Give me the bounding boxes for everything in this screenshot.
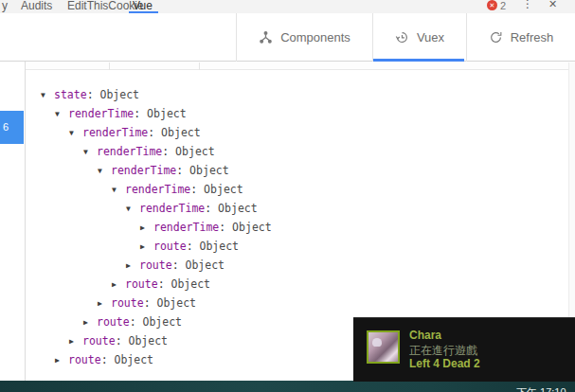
- collapse-triangle-icon[interactable]: ▼: [126, 200, 139, 219]
- subheader-divider: [199, 62, 200, 70]
- vuex-tab-button[interactable]: Vuex: [373, 13, 466, 62]
- expand-triangle-icon[interactable]: ▶: [112, 276, 125, 294]
- tree-row[interactable]: ▼renderTime: Object: [26, 123, 568, 142]
- tree-key: route: [68, 353, 101, 366]
- tree-key: route: [111, 296, 144, 310]
- tab-partial[interactable]: y: [2, 0, 8, 13]
- avatar: [367, 330, 400, 364]
- tree-value: Object: [147, 107, 187, 120]
- history-icon: [395, 30, 409, 45]
- tree-colon: :: [176, 164, 189, 177]
- tree-value: Object: [185, 258, 225, 272]
- tree-key: renderTime: [82, 126, 148, 139]
- taskbar-clock: 下午 17:10: [516, 385, 566, 392]
- expand-triangle-icon[interactable]: ▶: [55, 351, 68, 370]
- tree-key: renderTime: [97, 145, 162, 158]
- tree-value: Object: [99, 88, 139, 101]
- subheader-divider: [109, 62, 110, 70]
- tree-value: Object: [114, 353, 153, 366]
- tree-row[interactable]: ▼renderTime: Object: [26, 161, 568, 180]
- tree-row[interactable]: ▶route: Object: [26, 294, 568, 312]
- collapse-triangle-icon[interactable]: ▼: [98, 162, 111, 181]
- tree-value: Object: [175, 145, 215, 158]
- vuex-tab-label: Vuex: [417, 30, 444, 45]
- devtools-tabbar: y Audits EditThisCookie Vue ✕ 2 ⋮ ✕: [0, 0, 575, 14]
- collapse-triangle-icon[interactable]: ▼: [69, 124, 82, 143]
- expand-triangle-icon[interactable]: ▶: [69, 332, 82, 351]
- tree-value: Object: [156, 296, 196, 310]
- collapse-triangle-icon[interactable]: ▼: [112, 181, 125, 200]
- collapse-triangle-icon[interactable]: ▼: [83, 143, 97, 162]
- tree-row[interactable]: ▼renderTime: Object: [26, 199, 568, 218]
- refresh-icon: [489, 30, 503, 45]
- collapse-triangle-icon[interactable]: ▼: [41, 86, 54, 105]
- components-icon: [259, 30, 273, 45]
- tree-value: Object: [128, 334, 168, 347]
- tree-key: route: [97, 315, 130, 329]
- taskbar[interactable]: 下午 17:10: [0, 381, 575, 392]
- tree-value: Object: [218, 202, 258, 215]
- tab-audits[interactable]: Audits: [21, 0, 52, 13]
- error-count[interactable]: 2: [500, 0, 506, 12]
- tree-value: Object: [189, 164, 229, 177]
- error-badge-icon[interactable]: ✕: [487, 0, 497, 10]
- expand-triangle-icon[interactable]: ▶: [98, 294, 111, 313]
- tree-value: Object: [171, 277, 210, 291]
- tree-key: renderTime: [125, 183, 190, 196]
- tree-key: renderTime: [68, 107, 134, 120]
- tree-row[interactable]: ▼renderTime: Object: [26, 142, 568, 161]
- close-icon[interactable]: ✕: [548, 0, 557, 10]
- more-menu-icon[interactable]: ⋮: [522, 0, 533, 10]
- expand-triangle-icon[interactable]: ▶: [140, 219, 153, 238]
- tree-colon: :: [162, 145, 175, 158]
- tree-key: renderTime: [111, 164, 176, 177]
- tree-key: renderTime: [153, 221, 219, 234]
- expand-triangle-icon[interactable]: ▶: [126, 257, 139, 276]
- tree-colon: :: [172, 258, 186, 272]
- tree-value: Object: [142, 315, 182, 329]
- steam-game-name: Left 4 Dead 2: [409, 357, 480, 370]
- steam-friend-name: Chara: [409, 330, 441, 342]
- tree-key: route: [153, 240, 187, 253]
- tree-key: state: [54, 88, 87, 101]
- components-tab-button[interactable]: Components: [237, 13, 372, 62]
- tree-colon: :: [148, 126, 161, 139]
- tree-colon: :: [134, 107, 147, 120]
- tree-colon: :: [158, 277, 171, 291]
- tree-row[interactable]: ▶route: Object: [26, 275, 568, 294]
- tree-value: Object: [199, 240, 239, 253]
- tree-key: route: [139, 258, 172, 272]
- tree-colon: :: [116, 334, 129, 347]
- tree-row[interactable]: ▼renderTime: Object: [26, 180, 568, 199]
- expand-triangle-icon[interactable]: ▶: [83, 313, 97, 332]
- expand-triangle-icon[interactable]: ▶: [140, 238, 153, 257]
- tree-row[interactable]: ▶route: Object: [26, 256, 568, 275]
- refresh-button-label: Refresh: [511, 30, 554, 45]
- tree-value: Object: [204, 183, 243, 196]
- tree-row[interactable]: ▼state: Object: [26, 85, 568, 104]
- tree-colon: :: [101, 353, 115, 366]
- tree-colon: :: [144, 296, 157, 310]
- refresh-button[interactable]: Refresh: [467, 13, 575, 62]
- steam-notification[interactable]: Chara 正在進行遊戲 Left 4 Dead 2: [353, 317, 575, 382]
- collapse-triangle-icon[interactable]: ▼: [55, 105, 68, 124]
- steam-status-text: 正在進行遊戲: [409, 344, 477, 357]
- tree-colon: :: [130, 315, 143, 329]
- tree-colon: :: [219, 221, 232, 234]
- devtools-window: y Audits EditThisCookie Vue ✕ 2 ⋮ ✕ Comp…: [0, 0, 575, 392]
- panel-subheader: [26, 62, 575, 70]
- tree-value: Object: [232, 221, 272, 234]
- tree-key: route: [125, 277, 158, 291]
- tree-key: renderTime: [139, 202, 205, 215]
- tree-value: Object: [161, 126, 201, 139]
- tree-colon: :: [205, 202, 218, 215]
- mutation-count-badge[interactable]: 6: [0, 111, 24, 144]
- tree-row[interactable]: ▼renderTime: Object: [26, 104, 568, 123]
- tree-row[interactable]: ▶route: Object: [26, 237, 568, 256]
- tree-colon: :: [190, 183, 204, 196]
- tree-row[interactable]: ▶renderTime: Object: [26, 218, 568, 237]
- components-tab-label: Components: [280, 30, 350, 45]
- tree-colon: :: [87, 88, 100, 101]
- tree-colon: :: [187, 240, 200, 253]
- tree-key: route: [82, 334, 116, 347]
